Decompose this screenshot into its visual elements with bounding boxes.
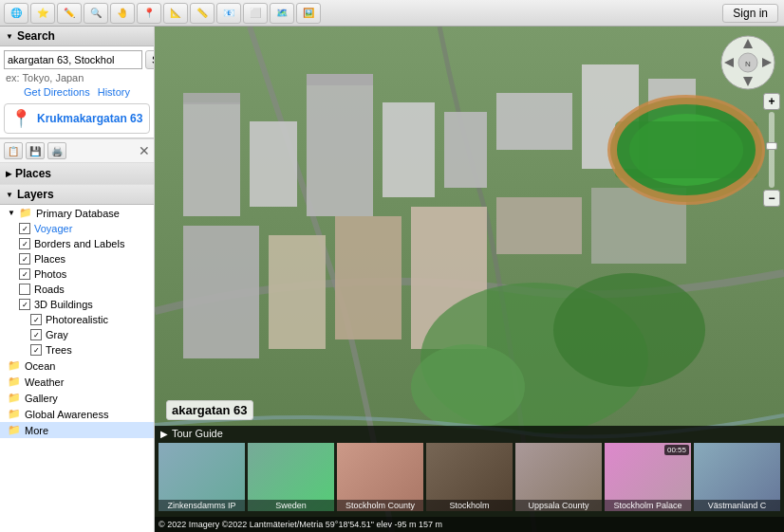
tour-thumb-zinkensdamms-ip[interactable]: Zinkensdamms IP [159, 443, 245, 511]
tour-thumb-label: Stockholm County [337, 500, 423, 511]
toolbar-placemark[interactable]: 📍 [137, 3, 161, 24]
location-label: akargatan 63 [166, 400, 253, 420]
svg-point-19 [411, 344, 525, 430]
layer-checkbox-photos[interactable] [19, 268, 30, 280]
toolbar-map[interactable]: 🗺️ [270, 3, 294, 24]
layer-item-voyager[interactable]: Voyager [0, 221, 154, 236]
layer-item-trees[interactable]: Trees [0, 342, 154, 358]
svg-rect-2 [183, 93, 240, 104]
folder-icon-primary-db: 📁 [19, 207, 32, 219]
layer-item-roads[interactable]: Roads [0, 282, 154, 297]
search-input-row: Search [0, 46, 154, 71]
folder-icon-more: 📁 [8, 424, 21, 436]
layer-item-primary-db[interactable]: ▼📁Primary Database [0, 205, 154, 221]
toolbar-polygon[interactable]: 📐 [163, 3, 188, 24]
layer-item-places-layer[interactable]: Places [0, 251, 154, 266]
tour-thumb-stockholm-palace[interactable]: 00:55Stockholm Palace [605, 443, 691, 511]
tour-thumb-uppsala-county[interactable]: Uppsala County [515, 443, 602, 511]
layer-item-gray[interactable]: Gray [0, 327, 154, 342]
search-result-card[interactable]: 📍 Krukmakargatan 63 [4, 103, 150, 134]
layer-checkbox-borders[interactable] [19, 238, 30, 249]
places-title: Places [15, 167, 51, 180]
layers-section: ▼ Layers ▼📁Primary DatabaseVoyagerBorder… [0, 185, 154, 532]
toolbar-edit[interactable]: ✏️ [57, 3, 82, 24]
layers-title: Layers [17, 188, 54, 201]
layer-label-voyager: Voyager [34, 223, 72, 234]
main-toolbar: 🌐 ⭐ ✏️ 🔍 🤚 📍 📐 📏 📧 ⬜ 🗺️ 🖼️ Sign in [0, 0, 784, 27]
layers-header: ▼ Layers [0, 185, 154, 205]
toolbar-view[interactable]: ⬜ [243, 3, 268, 24]
search-panel: ▼ Search Search ex: Tokyo, Japan Get Dir… [0, 27, 154, 138]
layer-label-roads: Roads [34, 284, 65, 295]
search-input[interactable] [4, 50, 142, 69]
toolbar-globe[interactable]: 🌐 [4, 3, 28, 24]
folder-icon-weather: 📁 [8, 376, 21, 388]
layer-item-photorealistic[interactable]: Photorealistic [0, 312, 154, 327]
search-header: ▼ Search [0, 27, 154, 46]
svg-rect-15 [496, 197, 582, 254]
tour-thumb-label: Stockholm [426, 500, 513, 511]
layers-expand-icon: ▼ [6, 191, 13, 199]
panel-save-btn[interactable]: 💾 [26, 142, 45, 159]
history-link[interactable]: History [98, 86, 130, 98]
toolbar-image[interactable]: 🖼️ [296, 3, 321, 24]
panel-copy-btn[interactable]: 📋 [4, 142, 23, 159]
tour-guide-header: ▶ Tour Guide [155, 426, 784, 441]
main-area: ▼ Search Search ex: Tokyo, Japan Get Dir… [0, 27, 784, 532]
tour-thumb-stockholm-county[interactable]: Stockholm County [337, 443, 423, 511]
search-example: ex: Tokyo, Japan [0, 71, 154, 84]
folder-icon-gallery: 📁 [8, 392, 21, 404]
layer-item-global-awareness[interactable]: 📁Global Awareness [0, 406, 154, 422]
layer-item-3d-buildings[interactable]: 3D Buildings [0, 297, 154, 312]
sign-in-button[interactable]: Sign in [722, 4, 778, 23]
get-directions-link[interactable]: Get Directions [24, 86, 90, 98]
layer-label-photorealistic: Photorealistic [46, 314, 108, 325]
toolbar-zoom-in[interactable]: 🔍 [84, 3, 108, 24]
layer-checkbox-roads[interactable] [19, 284, 30, 295]
places-section[interactable]: ▶ Places [0, 163, 154, 185]
zoom-slider: + − [765, 93, 778, 207]
tour-expand-icon: ▶ [160, 429, 168, 439]
search-expand-icon: ▼ [6, 32, 13, 41]
toolbar-pan[interactable]: 🤚 [110, 3, 135, 24]
toolbar-email[interactable]: 📧 [216, 3, 241, 24]
layer-checkbox-photorealistic[interactable] [30, 314, 42, 325]
panel-print-btn[interactable]: 🖨️ [47, 142, 66, 159]
map-area[interactable]: akargatan 63 N + − ▶ [155, 27, 784, 532]
layer-label-gallery: Gallery [25, 393, 58, 404]
tour-thumb-label: Sweden [248, 500, 334, 511]
layer-item-ocean[interactable]: 📁Ocean [0, 358, 154, 374]
layer-checkbox-trees[interactable] [30, 344, 42, 356]
layer-checkbox-3d-buildings[interactable] [19, 299, 30, 310]
search-button[interactable]: Search [145, 50, 155, 69]
result-row: 📍 Krukmakargatan 63 [10, 110, 143, 127]
folder-icon-global-awareness: 📁 [8, 408, 21, 420]
tour-thumb-västmanland-c[interactable]: Västmanland C [694, 443, 780, 511]
svg-rect-12 [269, 235, 326, 349]
zoom-in-btn[interactable]: + [763, 93, 780, 110]
zoom-track[interactable] [769, 112, 775, 188]
layer-item-weather[interactable]: 📁Weather [0, 374, 154, 390]
nav-ring[interactable]: N [719, 34, 776, 91]
svg-point-18 [553, 273, 705, 387]
tour-thumb-stockholm[interactable]: Stockholm [426, 443, 513, 511]
panel-close-btn[interactable]: ✕ [139, 143, 150, 158]
layer-item-gallery[interactable]: 📁Gallery [0, 390, 154, 406]
layer-label-trees: Trees [46, 344, 72, 356]
layer-checkbox-places-layer[interactable] [19, 253, 30, 265]
status-text: © 2022 Imagery ©2022 Lantmäteriet/Metria… [159, 520, 442, 529]
zoom-out-btn[interactable]: − [763, 190, 780, 207]
layer-item-borders[interactable]: Borders and Labels [0, 236, 154, 251]
nav-controls: N [719, 34, 776, 91]
toolbar-star[interactable]: ⭐ [30, 3, 55, 24]
layer-item-more[interactable]: 📁More [0, 422, 154, 438]
svg-rect-5 [307, 74, 373, 85]
layer-checkbox-gray[interactable] [30, 329, 42, 340]
toolbar-ruler[interactable]: 📏 [190, 3, 215, 24]
tour-thumb-sweden[interactable]: Sweden [248, 443, 334, 511]
zoom-thumb[interactable] [766, 142, 777, 150]
layer-item-photos[interactable]: Photos [0, 266, 154, 282]
svg-rect-4 [307, 83, 373, 216]
svg-rect-7 [444, 112, 487, 188]
layer-checkbox-voyager[interactable] [19, 223, 30, 234]
